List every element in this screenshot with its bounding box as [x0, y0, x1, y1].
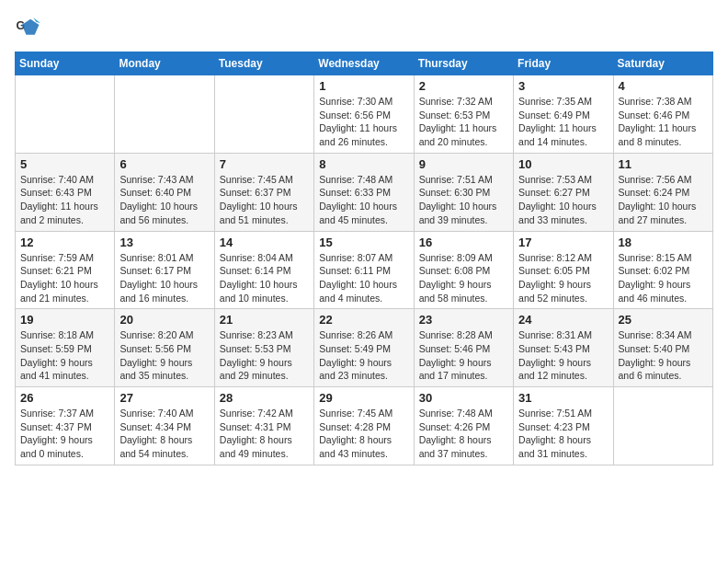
- calendar-cell: [16, 75, 115, 154]
- day-number: 20: [119, 313, 209, 327]
- day-info: Sunrise: 7:51 AM Sunset: 6:30 PM Dayligh…: [419, 173, 508, 227]
- day-info: Sunrise: 8:04 AM Sunset: 6:14 PM Dayligh…: [220, 251, 309, 305]
- calendar-cell: 14Sunrise: 8:04 AM Sunset: 6:14 PM Dayli…: [214, 231, 313, 309]
- day-info: Sunrise: 7:40 AM Sunset: 6:43 PM Dayligh…: [20, 173, 109, 227]
- day-number: 21: [220, 313, 309, 327]
- calendar-cell: 8Sunrise: 7:48 AM Sunset: 6:33 PM Daylig…: [314, 153, 414, 231]
- day-number: 8: [319, 157, 408, 171]
- day-info: Sunrise: 8:01 AM Sunset: 6:17 PM Dayligh…: [119, 251, 209, 305]
- day-number: 22: [319, 313, 408, 327]
- day-number: 4: [619, 79, 708, 93]
- calendar-body: 1Sunrise: 7:30 AM Sunset: 6:56 PM Daylig…: [16, 75, 713, 465]
- calendar-week-4: 19Sunrise: 8:18 AM Sunset: 5:59 PM Dayli…: [16, 309, 713, 387]
- day-number: 11: [619, 157, 708, 171]
- day-number: 5: [20, 157, 109, 171]
- day-info: Sunrise: 7:48 AM Sunset: 4:26 PM Dayligh…: [419, 407, 508, 461]
- weekday-thursday: Thursday: [414, 52, 513, 75]
- day-number: 6: [119, 157, 209, 171]
- calendar-cell: 7Sunrise: 7:45 AM Sunset: 6:37 PM Daylig…: [214, 153, 313, 231]
- day-info: Sunrise: 7:43 AM Sunset: 6:40 PM Dayligh…: [119, 173, 209, 227]
- day-number: 9: [419, 157, 508, 171]
- calendar-cell: 10Sunrise: 7:53 AM Sunset: 6:27 PM Dayli…: [514, 153, 613, 231]
- calendar-cell: 23Sunrise: 8:28 AM Sunset: 5:46 PM Dayli…: [414, 309, 513, 387]
- day-info: Sunrise: 8:09 AM Sunset: 6:08 PM Dayligh…: [419, 251, 508, 305]
- calendar-cell: 29Sunrise: 7:45 AM Sunset: 4:28 PM Dayli…: [314, 387, 414, 465]
- day-number: 26: [20, 391, 109, 405]
- calendar-cell: 5Sunrise: 7:40 AM Sunset: 6:43 PM Daylig…: [16, 153, 115, 231]
- calendar-cell: 11Sunrise: 7:56 AM Sunset: 6:24 PM Dayli…: [613, 153, 712, 231]
- day-number: 29: [319, 391, 408, 405]
- day-info: Sunrise: 8:15 AM Sunset: 6:02 PM Dayligh…: [619, 251, 708, 305]
- day-number: 13: [119, 236, 209, 249]
- day-info: Sunrise: 7:30 AM Sunset: 6:56 PM Dayligh…: [319, 95, 408, 149]
- day-number: 2: [419, 79, 508, 93]
- day-info: Sunrise: 8:20 AM Sunset: 5:56 PM Dayligh…: [119, 328, 209, 383]
- day-number: 3: [518, 79, 608, 93]
- day-info: Sunrise: 7:56 AM Sunset: 6:24 PM Dayligh…: [619, 173, 708, 227]
- calendar-cell: [115, 75, 214, 154]
- day-number: 18: [619, 236, 708, 249]
- day-info: Sunrise: 7:53 AM Sunset: 6:27 PM Dayligh…: [518, 173, 608, 227]
- day-info: Sunrise: 7:45 AM Sunset: 6:37 PM Dayligh…: [220, 173, 309, 227]
- day-number: 17: [518, 236, 608, 249]
- day-number: 19: [20, 313, 109, 327]
- calendar-cell: 22Sunrise: 8:26 AM Sunset: 5:49 PM Dayli…: [314, 309, 414, 387]
- day-number: 28: [220, 391, 309, 405]
- day-info: Sunrise: 8:34 AM Sunset: 5:40 PM Dayligh…: [619, 328, 708, 383]
- weekday-wednesday: Wednesday: [314, 52, 414, 75]
- day-number: 30: [419, 391, 508, 405]
- weekday-header-row: SundayMondayTuesdayWednesdayThursdayFrid…: [16, 52, 713, 75]
- day-info: Sunrise: 8:26 AM Sunset: 5:49 PM Dayligh…: [319, 328, 408, 383]
- day-info: Sunrise: 7:37 AM Sunset: 4:37 PM Dayligh…: [20, 407, 109, 461]
- day-info: Sunrise: 7:32 AM Sunset: 6:53 PM Dayligh…: [419, 95, 508, 149]
- calendar-week-3: 12Sunrise: 7:59 AM Sunset: 6:21 PM Dayli…: [16, 231, 713, 309]
- calendar-cell: 26Sunrise: 7:37 AM Sunset: 4:37 PM Dayli…: [16, 387, 115, 465]
- day-number: 10: [518, 157, 608, 171]
- day-info: Sunrise: 7:48 AM Sunset: 6:33 PM Dayligh…: [319, 173, 408, 227]
- day-number: 1: [319, 79, 408, 93]
- calendar-week-1: 1Sunrise: 7:30 AM Sunset: 6:56 PM Daylig…: [16, 75, 713, 154]
- weekday-tuesday: Tuesday: [214, 52, 313, 75]
- calendar-cell: 3Sunrise: 7:35 AM Sunset: 6:49 PM Daylig…: [514, 75, 613, 154]
- weekday-monday: Monday: [115, 52, 214, 75]
- calendar-cell: 4Sunrise: 7:38 AM Sunset: 6:46 PM Daylig…: [613, 75, 712, 154]
- calendar-cell: 30Sunrise: 7:48 AM Sunset: 4:26 PM Dayli…: [414, 387, 513, 465]
- calendar-cell: 31Sunrise: 7:51 AM Sunset: 4:23 PM Dayli…: [514, 387, 613, 465]
- calendar-cell: 19Sunrise: 8:18 AM Sunset: 5:59 PM Dayli…: [16, 309, 115, 387]
- calendar-cell: 25Sunrise: 8:34 AM Sunset: 5:40 PM Dayli…: [613, 309, 712, 387]
- day-number: 7: [220, 157, 309, 171]
- weekday-friday: Friday: [514, 52, 613, 75]
- day-number: 24: [518, 313, 608, 327]
- day-info: Sunrise: 7:38 AM Sunset: 6:46 PM Dayligh…: [619, 95, 708, 149]
- calendar-cell: 16Sunrise: 8:09 AM Sunset: 6:08 PM Dayli…: [414, 231, 513, 309]
- calendar-cell: 18Sunrise: 8:15 AM Sunset: 6:02 PM Dayli…: [613, 231, 712, 309]
- day-info: Sunrise: 7:42 AM Sunset: 4:31 PM Dayligh…: [220, 407, 309, 461]
- calendar-table: SundayMondayTuesdayWednesdayThursdayFrid…: [15, 52, 713, 465]
- day-number: 14: [220, 236, 309, 249]
- logo-icon: G: [15, 15, 40, 40]
- day-number: 31: [518, 391, 608, 405]
- logo: G: [15, 15, 44, 40]
- calendar-cell: 9Sunrise: 7:51 AM Sunset: 6:30 PM Daylig…: [414, 153, 513, 231]
- calendar-week-5: 26Sunrise: 7:37 AM Sunset: 4:37 PM Dayli…: [16, 387, 713, 465]
- weekday-sunday: Sunday: [16, 52, 115, 75]
- day-number: 23: [419, 313, 508, 327]
- calendar-cell: 13Sunrise: 8:01 AM Sunset: 6:17 PM Dayli…: [115, 231, 214, 309]
- day-info: Sunrise: 8:31 AM Sunset: 5:43 PM Dayligh…: [518, 328, 608, 383]
- day-info: Sunrise: 7:35 AM Sunset: 6:49 PM Dayligh…: [518, 95, 608, 149]
- day-info: Sunrise: 7:45 AM Sunset: 4:28 PM Dayligh…: [319, 407, 408, 461]
- day-info: Sunrise: 8:28 AM Sunset: 5:46 PM Dayligh…: [419, 328, 508, 383]
- day-number: 25: [619, 313, 708, 327]
- day-info: Sunrise: 7:40 AM Sunset: 4:34 PM Dayligh…: [119, 407, 209, 461]
- day-number: 27: [119, 391, 209, 405]
- day-number: 15: [319, 236, 408, 249]
- day-info: Sunrise: 8:18 AM Sunset: 5:59 PM Dayligh…: [20, 328, 109, 383]
- calendar-cell: [214, 75, 313, 154]
- calendar-cell: 6Sunrise: 7:43 AM Sunset: 6:40 PM Daylig…: [115, 153, 214, 231]
- day-info: Sunrise: 7:59 AM Sunset: 6:21 PM Dayligh…: [20, 251, 109, 305]
- calendar-cell: 28Sunrise: 7:42 AM Sunset: 4:31 PM Dayli…: [214, 387, 313, 465]
- calendar-cell: 24Sunrise: 8:31 AM Sunset: 5:43 PM Dayli…: [514, 309, 613, 387]
- calendar-cell: 15Sunrise: 8:07 AM Sunset: 6:11 PM Dayli…: [314, 231, 414, 309]
- weekday-saturday: Saturday: [613, 52, 712, 75]
- page-header: G: [15, 15, 713, 40]
